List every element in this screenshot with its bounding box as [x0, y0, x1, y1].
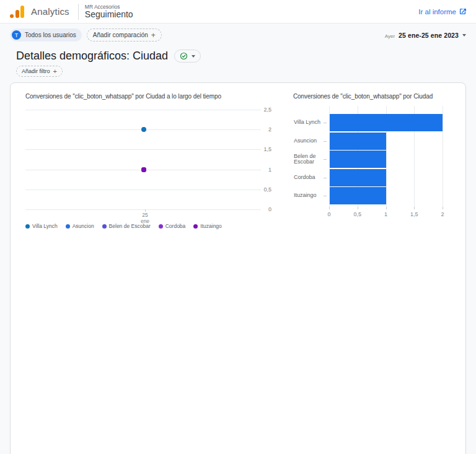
legend-label: Belen de Escobar — [109, 223, 151, 229]
legend-item-belen-de-escobar[interactable]: Belen de Escobar — [102, 223, 151, 229]
x-tick-label: 1,5 — [407, 211, 421, 217]
legend-label: Ituzaingo — [200, 223, 222, 229]
report-card: Conversiones de "clic_boton_whatsapp" po… — [10, 82, 466, 454]
title-row: Detalles demográficos: Ciudad — [16, 50, 201, 63]
x-tick-label: 2 — [435, 211, 450, 217]
plus-icon: + — [53, 68, 57, 74]
data-point-ituzaingo[interactable] — [141, 167, 146, 172]
bar-asuncion[interactable] — [330, 133, 386, 150]
add-comparison-label: Añadir comparación — [93, 32, 148, 38]
header-divider — [78, 4, 79, 20]
bar-ituzaingo[interactable] — [330, 187, 386, 204]
x-tick-label: 0 — [322, 211, 337, 217]
category-label: Cordoba — [294, 172, 326, 184]
filter-row: Añadir filtro + — [16, 64, 63, 77]
date-preset-label: Ayer — [385, 33, 395, 39]
add-filter-button[interactable]: Añadir filtro + — [16, 66, 63, 77]
x-tick-mark — [329, 207, 330, 209]
legend-label: Villa Lynch — [32, 223, 58, 229]
gridline — [25, 149, 261, 150]
gridline — [25, 110, 261, 110]
report-link-label: Ir al informe — [418, 8, 456, 15]
check-circle-icon — [180, 52, 188, 60]
y-tick-label: 1,5 — [262, 146, 271, 152]
x-tick-mark — [414, 207, 415, 209]
bar-belen-de-escobar[interactable] — [330, 151, 386, 168]
date-range-value: 25 ene-25 ene 2023 — [399, 32, 459, 39]
analytics-logo-icon — [10, 6, 24, 18]
category-label: Villa Lynch — [294, 116, 326, 129]
legend-dot — [25, 224, 30, 229]
gridline — [443, 106, 443, 207]
date-range-selector[interactable]: Ayer 25 ene-25 ene 2023 — [385, 32, 466, 39]
legend-item-villa-lynch[interactable]: Villa Lynch — [25, 223, 58, 229]
page-title: Detalles demográficos: Ciudad — [16, 50, 168, 63]
bar-chart-title: Conversiones de "clic_boton_whatsapp" po… — [293, 93, 461, 100]
app-header: Analytics MR Accesorios Seguimiento Ir a… — [0, 0, 476, 24]
app-name: Analytics — [31, 6, 69, 17]
legend-label: Asuncion — [73, 223, 94, 229]
segment-chip-label: Todos los usuarios — [25, 32, 76, 38]
property-switcher[interactable]: MR Accesorios Seguimiento — [85, 4, 133, 19]
legend-item-ituzaingo[interactable]: Ituzaingo — [193, 223, 222, 229]
legend-dot — [159, 224, 163, 229]
x-tick-mark — [443, 207, 443, 209]
x-tick-label: 0,5 — [350, 211, 365, 217]
category-label: Belen de Escobar — [294, 153, 326, 165]
bar-chart: 00,511,52Villa LynchAsuncionBelen de Esc… — [293, 102, 467, 222]
data-point-villa-lynch[interactable] — [141, 127, 146, 132]
category-label: Asuncion — [294, 135, 326, 147]
category-label: Ituzaingo — [294, 190, 326, 202]
legend-dot — [193, 224, 198, 229]
segment-chip-all-users[interactable]: T Todos los usuarios — [10, 28, 82, 41]
y-tick-label: 2,5 — [262, 107, 271, 113]
analytics-app: Analytics MR Accesorios Seguimiento Ir a… — [0, 0, 476, 454]
comparison-toolbar: T Todos los usuarios Añadir comparación … — [0, 24, 476, 46]
x-tick-label: 1 — [379, 211, 394, 217]
x-tick-mark — [386, 207, 387, 209]
y-tick-label: 0 — [262, 206, 271, 212]
bar-cordoba[interactable] — [330, 169, 386, 186]
add-filter-label: Añadir filtro — [22, 68, 50, 74]
timeseries-legend: Villa LynchAsuncionBelen de EscobarCordo… — [25, 223, 222, 229]
bar-villa-lynch[interactable] — [330, 114, 443, 131]
gridline — [25, 190, 261, 190]
y-tick-label: 0,5 — [262, 186, 271, 193]
y-tick-label: 2 — [262, 126, 271, 133]
legend-item-cordoba[interactable]: Cordoba — [159, 223, 186, 229]
legend-dot — [66, 224, 70, 229]
chevron-down-icon — [192, 55, 195, 58]
timeseries-chart-title: Conversiones de "clic_boton_whatsapp" po… — [25, 93, 280, 100]
chevron-down-icon — [462, 34, 466, 37]
gridline — [25, 209, 261, 210]
legend-label: Cordoba — [165, 223, 186, 229]
segment-avatar: T — [12, 30, 21, 40]
legend-dot — [102, 224, 107, 229]
y-tick-label: 1 — [262, 167, 271, 173]
x-tick-mark — [358, 207, 358, 209]
open-in-new-icon — [459, 8, 466, 15]
plus-icon: + — [151, 32, 156, 38]
property-name: Seguimiento — [85, 10, 133, 19]
go-to-report-link[interactable]: Ir al informe — [418, 8, 466, 15]
validation-dropdown-button[interactable] — [174, 50, 201, 63]
add-comparison-button[interactable]: Añadir comparación + — [87, 28, 162, 41]
legend-item-asuncion[interactable]: Asuncion — [66, 223, 94, 229]
timeseries-chart: 00,511,522,525ene — [25, 105, 271, 229]
